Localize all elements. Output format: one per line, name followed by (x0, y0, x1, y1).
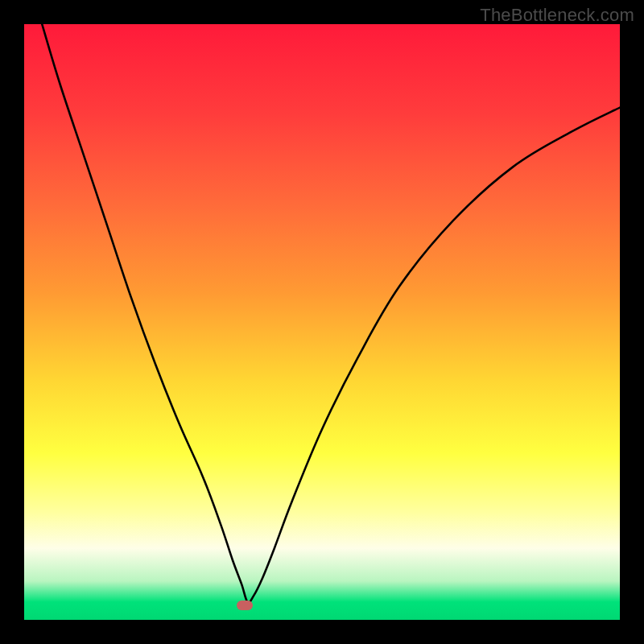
watermark-text: TheBottleneck.com (480, 5, 634, 26)
gradient-background (24, 24, 620, 620)
chart-frame (24, 24, 620, 620)
chart-canvas (24, 24, 620, 620)
optimum-marker (237, 601, 253, 610)
